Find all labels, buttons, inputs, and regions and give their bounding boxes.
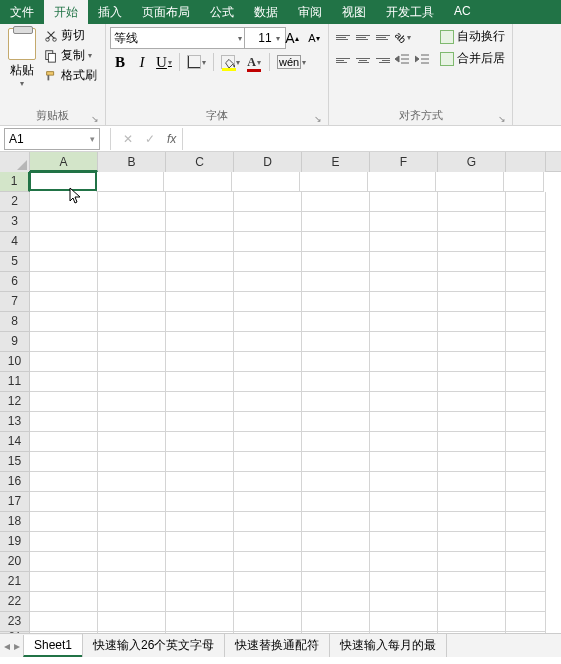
decrease-font-button[interactable]: A▾ xyxy=(304,27,324,49)
cell[interactable] xyxy=(302,472,370,492)
clipboard-launcher-icon[interactable]: ↘ xyxy=(91,114,99,124)
cell[interactable] xyxy=(438,472,506,492)
cell[interactable] xyxy=(234,292,302,312)
cell[interactable] xyxy=(98,392,166,412)
cell[interactable] xyxy=(370,272,438,292)
cell[interactable] xyxy=(438,352,506,372)
cell[interactable] xyxy=(30,412,98,432)
border-button[interactable] xyxy=(185,51,208,73)
cell[interactable] xyxy=(506,212,546,232)
column-header-C[interactable]: C xyxy=(166,152,234,172)
column-header-B[interactable]: B xyxy=(98,152,166,172)
cell[interactable] xyxy=(166,592,234,612)
align-left-button[interactable] xyxy=(333,49,353,71)
cell[interactable] xyxy=(234,472,302,492)
cell[interactable] xyxy=(370,232,438,252)
cell[interactable] xyxy=(438,532,506,552)
cell[interactable] xyxy=(438,552,506,572)
row-header-14[interactable]: 14 xyxy=(0,432,30,452)
cell[interactable] xyxy=(166,352,234,372)
merge-center-button[interactable]: 合并后居 xyxy=(437,48,508,69)
cell[interactable] xyxy=(302,192,370,212)
font-size-select[interactable] xyxy=(244,27,286,49)
cell[interactable] xyxy=(234,252,302,272)
cell[interactable] xyxy=(368,172,436,192)
cell[interactable] xyxy=(30,512,98,532)
column-header-D[interactable]: D xyxy=(234,152,302,172)
cell[interactable] xyxy=(506,612,546,632)
cell[interactable] xyxy=(164,172,232,192)
cell[interactable] xyxy=(302,512,370,532)
align-launcher-icon[interactable]: ↘ xyxy=(498,114,506,124)
cell[interactable] xyxy=(30,432,98,452)
tab-insert[interactable]: 插入 xyxy=(88,0,132,24)
row-header-4[interactable]: 4 xyxy=(0,232,30,252)
underline-button[interactable]: U xyxy=(154,51,174,73)
cell[interactable] xyxy=(370,372,438,392)
cell[interactable] xyxy=(234,212,302,232)
cell[interactable] xyxy=(166,552,234,572)
cell[interactable] xyxy=(302,452,370,472)
cell[interactable] xyxy=(234,232,302,252)
cell[interactable] xyxy=(302,412,370,432)
cell[interactable] xyxy=(98,552,166,572)
row-header-9[interactable]: 9 xyxy=(0,332,30,352)
cell[interactable] xyxy=(98,252,166,272)
cell[interactable] xyxy=(234,312,302,332)
cell[interactable] xyxy=(166,572,234,592)
cell[interactable] xyxy=(30,572,98,592)
cell[interactable] xyxy=(506,532,546,552)
cell[interactable] xyxy=(30,192,98,212)
cell[interactable] xyxy=(30,472,98,492)
cell[interactable] xyxy=(166,512,234,532)
cell[interactable] xyxy=(302,572,370,592)
row-header-24[interactable]: 24 xyxy=(0,632,30,633)
tab-acrobat[interactable]: AC xyxy=(444,0,481,24)
cell[interactable] xyxy=(438,412,506,432)
cell[interactable] xyxy=(234,512,302,532)
tab-file[interactable]: 文件 xyxy=(0,0,44,24)
cell[interactable] xyxy=(370,612,438,632)
sheet-tab-4[interactable]: 快速输入每月的最 xyxy=(329,634,447,657)
cell[interactable] xyxy=(98,292,166,312)
sheet-tab-3[interactable]: 快速替换通配符 xyxy=(224,634,330,657)
cell[interactable] xyxy=(98,512,166,532)
cell[interactable] xyxy=(98,432,166,452)
cell[interactable] xyxy=(302,252,370,272)
cell[interactable] xyxy=(234,352,302,372)
align-middle-button[interactable] xyxy=(353,26,373,48)
cell[interactable] xyxy=(438,452,506,472)
cell[interactable] xyxy=(234,492,302,512)
tab-home[interactable]: 开始 xyxy=(44,0,88,24)
italic-button[interactable]: I xyxy=(132,51,152,73)
align-center-button[interactable] xyxy=(353,49,373,71)
cell[interactable] xyxy=(302,532,370,552)
tab-formulas[interactable]: 公式 xyxy=(200,0,244,24)
cell[interactable] xyxy=(438,212,506,232)
cell[interactable] xyxy=(506,472,546,492)
row-header-12[interactable]: 12 xyxy=(0,392,30,412)
cell[interactable] xyxy=(166,212,234,232)
cell[interactable] xyxy=(300,172,368,192)
cell[interactable] xyxy=(98,412,166,432)
row-header-11[interactable]: 11 xyxy=(0,372,30,392)
cell[interactable] xyxy=(30,532,98,552)
cell[interactable] xyxy=(234,592,302,612)
cell[interactable] xyxy=(30,332,98,352)
cell[interactable] xyxy=(506,452,546,472)
bold-button[interactable]: B xyxy=(110,51,130,73)
cell[interactable] xyxy=(234,612,302,632)
cell[interactable] xyxy=(166,472,234,492)
cell[interactable] xyxy=(166,432,234,452)
row-header-16[interactable]: 16 xyxy=(0,472,30,492)
cell[interactable] xyxy=(98,192,166,212)
cell[interactable] xyxy=(370,532,438,552)
cell[interactable] xyxy=(166,452,234,472)
cell[interactable] xyxy=(370,492,438,512)
cell[interactable] xyxy=(302,612,370,632)
cell[interactable] xyxy=(166,632,234,633)
chevron-down-icon[interactable]: ▾ xyxy=(90,134,95,144)
row-header-17[interactable]: 17 xyxy=(0,492,30,512)
cell[interactable] xyxy=(30,252,98,272)
row-header-10[interactable]: 10 xyxy=(0,352,30,372)
